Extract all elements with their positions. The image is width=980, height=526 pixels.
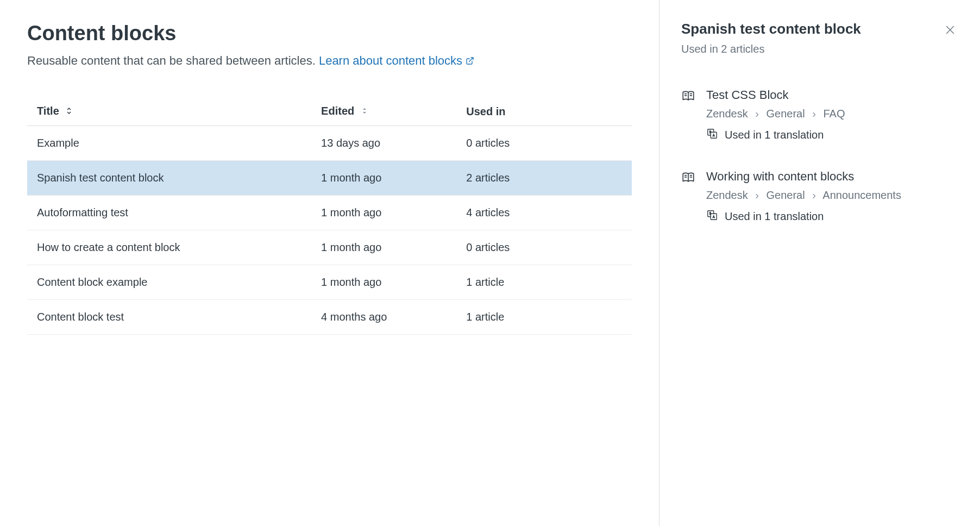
panel-subtitle: Used in 2 articles [681, 43, 958, 55]
breadcrumb: Zendesk › General › FAQ [706, 108, 958, 120]
page-title: Content blocks [27, 22, 632, 45]
sort-icon [361, 105, 368, 118]
content-blocks-table: Title Edited Used in [27, 97, 632, 335]
article-title: Working with content blocks [706, 170, 958, 184]
details-panel: Spanish test content block Used in 2 art… [659, 0, 980, 526]
sort-icon [65, 105, 73, 118]
close-icon [944, 29, 956, 37]
article-item[interactable]: Test CSS Block Zendesk › General › FAQ U… [681, 88, 958, 142]
column-header-title[interactable]: Title [27, 97, 311, 126]
table-row[interactable]: How to create a content block 1 month ag… [27, 230, 632, 265]
table-row[interactable]: Autoformatting test 1 month ago 4 articl… [27, 196, 632, 230]
article-title: Test CSS Block [706, 88, 958, 102]
chevron-right-icon: › [812, 189, 816, 201]
book-icon [681, 89, 695, 142]
external-link-icon [466, 52, 474, 70]
column-header-edited[interactable]: Edited [311, 97, 456, 126]
breadcrumb: Zendesk › General › Announcements [706, 189, 958, 202]
chevron-right-icon: › [755, 189, 759, 201]
page-subtitle: Reusable content that can be shared betw… [27, 52, 632, 70]
table-row[interactable]: Example 13 days ago 0 articles [27, 126, 632, 161]
chevron-right-icon: › [755, 108, 759, 120]
main-content: Content blocks Reusable content that can… [0, 0, 659, 526]
translation-icon [706, 209, 718, 224]
panel-title: Spanish test content block [681, 21, 861, 37]
table-row[interactable]: Spanish test content block 1 month ago 2… [27, 161, 632, 196]
svg-line-0 [469, 58, 473, 61]
close-button[interactable] [942, 22, 958, 40]
translation-info: Used in 1 translation [706, 209, 958, 224]
translation-info: Used in 1 translation [706, 128, 958, 142]
book-icon [681, 171, 695, 224]
article-item[interactable]: Working with content blocks Zendesk › Ge… [681, 170, 958, 224]
chevron-right-icon: › [812, 108, 816, 120]
table-row[interactable]: Content block example 1 month ago 1 arti… [27, 265, 632, 300]
table-row[interactable]: Content block test 4 months ago 1 articl… [27, 300, 632, 335]
translation-icon [706, 128, 718, 142]
column-header-used-in[interactable]: Used in [456, 97, 632, 126]
learn-link[interactable]: Learn about content blocks [319, 54, 474, 67]
